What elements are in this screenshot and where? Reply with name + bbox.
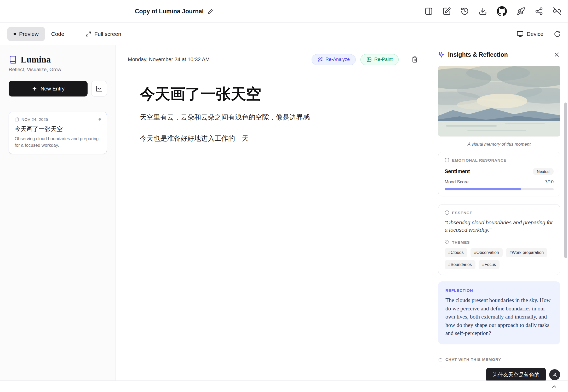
- share-button[interactable]: [535, 7, 543, 15]
- fullscreen-button[interactable]: Full screen: [85, 31, 121, 37]
- expand-console-button[interactable]: [551, 383, 558, 390]
- page-scrollbar-thumb[interactable]: [564, 103, 567, 258]
- github-button[interactable]: [497, 6, 507, 16]
- calendar-icon: [15, 117, 19, 122]
- chat-message-row: 为什么天空是蓝色的: [438, 368, 560, 382]
- document-title: Copy of Lumina Journal: [135, 8, 204, 15]
- rename-title-button[interactable]: [208, 8, 214, 14]
- refresh-icon: [554, 31, 561, 37]
- emotional-resonance-card: EMOTIONAL RESONANCE Sentiment Neutral Mo…: [438, 152, 560, 196]
- editor-pane: Monday, November 24 at 10:32 AM Re-Analy…: [116, 45, 430, 380]
- insights-header: Insights & Reflection: [430, 45, 568, 64]
- repaint-button[interactable]: Re-Paint: [360, 54, 399, 65]
- stats-button[interactable]: [91, 81, 107, 96]
- editor-header-divider: [405, 56, 405, 64]
- close-insights-button[interactable]: [553, 51, 560, 58]
- journal-paragraph: 天空里有云，云朵和云朵之间有浅色的空隙，像是边界感: [140, 112, 406, 122]
- user-chat-message: 为什么天空是蓝色的: [486, 368, 546, 382]
- history-button[interactable]: [461, 7, 469, 15]
- theme-chips: #Clouds #Observation #Work preparation #…: [445, 248, 554, 269]
- toolbar-divider: [78, 29, 78, 39]
- user-avatar: [549, 369, 560, 380]
- tag-icon: [445, 240, 449, 245]
- theme-chip: #Boundaries: [445, 260, 475, 269]
- entry-list-item[interactable]: NOV 24, 2025 今天画了一张天空 Observing cloud bo…: [9, 112, 107, 154]
- code-tab[interactable]: Code: [45, 27, 71, 41]
- mood-value: 7/10: [545, 179, 554, 185]
- mood-label: Mood Score: [445, 179, 469, 185]
- wand-icon: [318, 57, 323, 62]
- preview-tab[interactable]: Preview: [7, 27, 45, 41]
- deploy-button[interactable]: [517, 7, 525, 15]
- preview-toolbar: Preview Code Full screen Device: [0, 22, 568, 45]
- edit-document-icon: [443, 7, 451, 15]
- fullscreen-label: Full screen: [94, 31, 121, 37]
- history-icon: [461, 7, 469, 15]
- new-entry-button[interactable]: New Entry: [9, 81, 88, 96]
- entry-excerpt: Observing cloud boundaries and preparing…: [15, 136, 101, 149]
- fullscreen-icon: [85, 31, 91, 37]
- entry-date: NOV 24, 2025: [21, 117, 48, 122]
- trash-icon: [411, 56, 418, 63]
- download-icon: [479, 7, 487, 15]
- sidebar: Lumina Reflect, Visualize, Grow New Entr…: [0, 45, 116, 380]
- mood-progress-track: [445, 188, 554, 190]
- device-button[interactable]: Device: [517, 31, 543, 37]
- new-entry-label: New Entry: [41, 86, 65, 92]
- panel-button[interactable]: [424, 7, 433, 15]
- journal-title: 今天画了一张天空: [140, 84, 406, 104]
- app-logo-group: Lumina: [9, 55, 107, 65]
- person-icon: [552, 372, 557, 377]
- brain-icon: [445, 158, 449, 162]
- repaint-label: Re-Paint: [374, 57, 393, 62]
- entry-timestamp: Monday, November 24 at 10:32 AM: [128, 56, 210, 63]
- top-header: Copy of Lumina Journal: [0, 0, 568, 22]
- line-chart-icon: [96, 85, 102, 92]
- reanalyze-label: Re-Analyze: [325, 57, 350, 62]
- essence-card: ESSENCE "Observing cloud boundaries and …: [438, 204, 560, 275]
- sparkles-icon: [438, 52, 445, 58]
- reflection-header: REFLECTION: [445, 288, 553, 293]
- info-icon: [445, 210, 449, 215]
- app-name: Lumina: [21, 55, 51, 65]
- reflection-card: REFLECTION The clouds present boundaries…: [438, 281, 560, 344]
- view-switcher: Preview Code: [7, 27, 71, 41]
- reflection-body: The clouds present boundaries in the sky…: [445, 296, 553, 338]
- plus-icon: [32, 86, 37, 92]
- close-icon: [553, 51, 560, 58]
- bot-icon: [438, 357, 443, 362]
- active-dot: [14, 33, 16, 35]
- refresh-button[interactable]: [554, 31, 561, 37]
- editor-header: Monday, November 24 at 10:32 AM Re-Analy…: [116, 45, 430, 74]
- header-actions: [424, 0, 561, 22]
- bottom-bar: [0, 380, 568, 392]
- insights-body: A visual memory of this moment EMOTIONAL…: [430, 64, 568, 382]
- edit-document-button[interactable]: [443, 7, 451, 15]
- delete-entry-button[interactable]: [411, 56, 418, 63]
- sentiment-badge: Neutral: [533, 168, 554, 175]
- theme-chip: #Clouds: [445, 248, 467, 257]
- download-button[interactable]: [479, 7, 487, 15]
- editor-body[interactable]: 今天画了一张天空 天空里有云，云朵和云朵之间有浅色的空隙，像是边界感 今天也是准…: [116, 74, 430, 144]
- document-title-group: Copy of Lumina Journal: [135, 0, 214, 22]
- chat-header: CHAT WITH THIS MEMORY: [438, 357, 560, 362]
- chat-header-label: CHAT WITH THIS MEMORY: [445, 357, 501, 362]
- share-icon: [535, 7, 543, 15]
- essence-header-label: ESSENCE: [452, 211, 473, 215]
- emotional-header-label: EMOTIONAL RESONANCE: [452, 158, 507, 162]
- link-off-button[interactable]: [553, 7, 561, 15]
- sentiment-row: Sentiment Neutral: [445, 168, 554, 175]
- reanalyze-button[interactable]: Re-Analyze: [312, 54, 356, 65]
- mood-row: Mood Score 7/10: [445, 179, 554, 185]
- theme-chip: #Observation: [471, 248, 503, 257]
- book-icon: [9, 55, 17, 64]
- link-off-icon: [553, 7, 561, 15]
- pencil-icon: [208, 8, 214, 14]
- theme-chip: #Work preparation: [506, 248, 547, 257]
- code-tab-label: Code: [51, 31, 64, 37]
- essence-quote: "Observing cloud boundaries and preparin…: [445, 219, 554, 234]
- panel-icon: [424, 7, 433, 15]
- preview-tab-label: Preview: [19, 31, 39, 37]
- entry-meta-row: NOV 24, 2025: [15, 117, 101, 122]
- essence-card-header: ESSENCE: [445, 210, 554, 215]
